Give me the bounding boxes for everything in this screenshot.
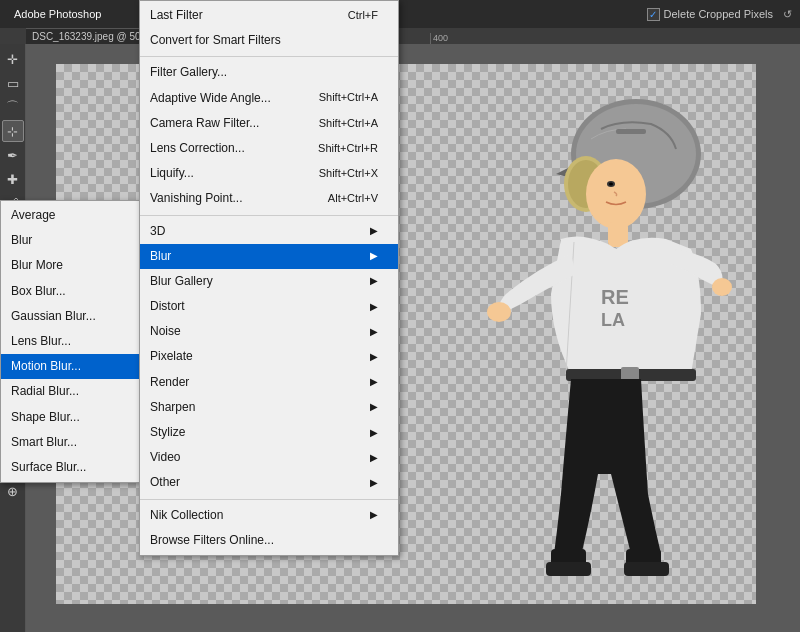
filter-other-arrow: ▶ bbox=[370, 475, 378, 491]
delete-cropped-checkbox[interactable]: ✓ bbox=[647, 8, 660, 21]
app-tabs: Adobe Photoshop bbox=[8, 6, 107, 22]
filter-noise[interactable]: Noise ▶ bbox=[140, 319, 398, 344]
filter-3d-label: 3D bbox=[150, 222, 165, 241]
last-filter-label: Last Filter bbox=[150, 6, 203, 25]
filter-blur-label: Blur bbox=[150, 247, 171, 266]
filter-vanishing-point[interactable]: Vanishing Point... Alt+Ctrl+V bbox=[140, 186, 398, 211]
filter-sharpen-arrow: ▶ bbox=[370, 399, 378, 415]
reset-icon[interactable]: ↺ bbox=[783, 8, 792, 21]
filter-stylize-label: Stylize bbox=[150, 423, 185, 442]
filter-stylize-arrow: ▶ bbox=[370, 425, 378, 441]
filter-video[interactable]: Video ▶ bbox=[140, 445, 398, 470]
svg-point-6 bbox=[609, 183, 613, 186]
filter-render-label: Render bbox=[150, 373, 189, 392]
camera-raw-shortcut: Shift+Ctrl+A bbox=[319, 115, 378, 133]
player-image: RE LA bbox=[406, 74, 736, 584]
filter-last-filter[interactable]: Last Filter Ctrl+F bbox=[140, 3, 398, 28]
filter-distort-arrow: ▶ bbox=[370, 299, 378, 315]
filter-render-arrow: ▶ bbox=[370, 374, 378, 390]
filter-other[interactable]: Other ▶ bbox=[140, 470, 398, 495]
svg-rect-18 bbox=[616, 129, 646, 134]
ruler-tick-400: 400 bbox=[430, 33, 480, 44]
eyedropper-tool[interactable]: ✒ bbox=[2, 144, 24, 166]
filter-nik-collection-label: Nik Collection bbox=[150, 506, 223, 525]
liquify-shortcut: Shift+Ctrl+X bbox=[319, 165, 378, 183]
filter-sharpen-label: Sharpen bbox=[150, 398, 195, 417]
filter-video-arrow: ▶ bbox=[370, 450, 378, 466]
filter-3d-arrow: ▶ bbox=[370, 223, 378, 239]
svg-point-11 bbox=[712, 278, 732, 296]
filter-3d[interactable]: 3D ▶ bbox=[140, 219, 398, 244]
filter-blur-gallery[interactable]: Blur Gallery ▶ bbox=[140, 269, 398, 294]
filter-liquify[interactable]: Liquify... Shift+Ctrl+X bbox=[140, 161, 398, 186]
filter-noise-label: Noise bbox=[150, 322, 181, 341]
filter-gallery-label: Filter Gallery... bbox=[150, 63, 227, 82]
svg-rect-7 bbox=[608, 222, 628, 247]
filter-nik-collection-arrow: ▶ bbox=[370, 507, 378, 523]
menu-sep-2 bbox=[140, 215, 398, 216]
last-filter-shortcut: Ctrl+F bbox=[348, 7, 378, 25]
blur-menu-lens-blur[interactable]: Lens Blur... bbox=[1, 329, 139, 354]
vanishing-point-label: Vanishing Point... bbox=[150, 189, 243, 208]
menu-sep-3 bbox=[140, 499, 398, 500]
blur-menu-blur-more[interactable]: Blur More bbox=[1, 253, 139, 278]
blur-menu-blur[interactable]: Blur bbox=[1, 228, 139, 253]
filter-blur-gallery-arrow: ▶ bbox=[370, 273, 378, 289]
healing-tool[interactable]: ✚ bbox=[2, 168, 24, 190]
filter-browse-online[interactable]: Browse Filters Online... bbox=[140, 528, 398, 553]
delete-cropped-label: Delete Cropped Pixels bbox=[664, 8, 773, 20]
filter-sharpen[interactable]: Sharpen ▶ bbox=[140, 395, 398, 420]
filter-noise-arrow: ▶ bbox=[370, 324, 378, 340]
delete-cropped-option[interactable]: ✓ Delete Cropped Pixels bbox=[647, 8, 773, 21]
filter-lens-correction[interactable]: Lens Correction... Shift+Ctrl+R bbox=[140, 136, 398, 161]
app-title-tab: Adobe Photoshop bbox=[8, 6, 107, 22]
marquee-tool[interactable]: ▭ bbox=[2, 72, 24, 94]
zoom-tool[interactable]: ⊕ bbox=[2, 480, 24, 502]
lasso-tool[interactable]: ⌒ bbox=[2, 96, 24, 118]
filter-distort-label: Distort bbox=[150, 297, 185, 316]
filter-blur-arrow: ▶ bbox=[370, 248, 378, 264]
svg-point-10 bbox=[487, 302, 511, 322]
filter-nik-collection[interactable]: Nik Collection ▶ bbox=[140, 503, 398, 528]
menu-sep-1 bbox=[140, 56, 398, 57]
svg-rect-17 bbox=[624, 562, 669, 576]
camera-raw-label: Camera Raw Filter... bbox=[150, 114, 259, 133]
filter-other-label: Other bbox=[150, 473, 180, 492]
blur-menu-radial-blur[interactable]: Radial Blur... bbox=[1, 379, 139, 404]
crop-tool[interactable]: ⊹ bbox=[2, 120, 24, 142]
filter-stylize[interactable]: Stylize ▶ bbox=[140, 420, 398, 445]
filter-pixelate-label: Pixelate bbox=[150, 347, 193, 366]
liquify-label: Liquify... bbox=[150, 164, 194, 183]
filter-browse-online-label: Browse Filters Online... bbox=[150, 531, 274, 550]
vanishing-point-shortcut: Alt+Ctrl+V bbox=[328, 190, 378, 208]
filter-camera-raw[interactable]: Camera Raw Filter... Shift+Ctrl+A bbox=[140, 111, 398, 136]
lens-correction-label: Lens Correction... bbox=[150, 139, 245, 158]
filter-distort[interactable]: Distort ▶ bbox=[140, 294, 398, 319]
filter-pixelate-arrow: ▶ bbox=[370, 349, 378, 365]
filter-video-label: Video bbox=[150, 448, 180, 467]
blur-menu-box-blur[interactable]: Box Blur... bbox=[1, 279, 139, 304]
blur-menu-gaussian-blur[interactable]: Gaussian Blur... bbox=[1, 304, 139, 329]
adaptive-wide-shortcut: Shift+Ctrl+A bbox=[319, 89, 378, 107]
blur-menu-surface-blur[interactable]: Surface Blur... bbox=[1, 455, 139, 480]
filter-menu[interactable]: Last Filter Ctrl+F Convert for Smart Fil… bbox=[139, 0, 399, 556]
blur-menu-motion-blur[interactable]: Motion Blur... bbox=[1, 354, 139, 379]
lens-correction-shortcut: Shift+Ctrl+R bbox=[318, 140, 378, 158]
svg-text:LA: LA bbox=[601, 310, 625, 330]
filter-render[interactable]: Render ▶ bbox=[140, 370, 398, 395]
svg-text:RE: RE bbox=[601, 286, 629, 308]
filter-blur[interactable]: Blur ▶ bbox=[140, 244, 398, 269]
filter-pixelate[interactable]: Pixelate ▶ bbox=[140, 344, 398, 369]
blur-menu-smart-blur[interactable]: Smart Blur... bbox=[1, 430, 139, 455]
blur-menu-shape-blur[interactable]: Shape Blur... bbox=[1, 405, 139, 430]
filter-adaptive-wide[interactable]: Adaptive Wide Angle... Shift+Ctrl+A bbox=[140, 86, 398, 111]
adaptive-wide-label: Adaptive Wide Angle... bbox=[150, 89, 271, 108]
convert-smart-label: Convert for Smart Filters bbox=[150, 31, 281, 50]
top-toolbar: Adobe Photoshop ✓ Delete Cropped Pixels … bbox=[0, 0, 800, 28]
blur-menu-average[interactable]: Average bbox=[1, 203, 139, 228]
filter-gallery[interactable]: Filter Gallery... bbox=[140, 60, 398, 85]
filter-convert-smart[interactable]: Convert for Smart Filters bbox=[140, 28, 398, 53]
svg-rect-16 bbox=[546, 562, 591, 576]
move-tool[interactable]: ✛ bbox=[2, 48, 24, 70]
blur-submenu[interactable]: Average Blur Blur More Box Blur... Gauss… bbox=[0, 200, 140, 483]
